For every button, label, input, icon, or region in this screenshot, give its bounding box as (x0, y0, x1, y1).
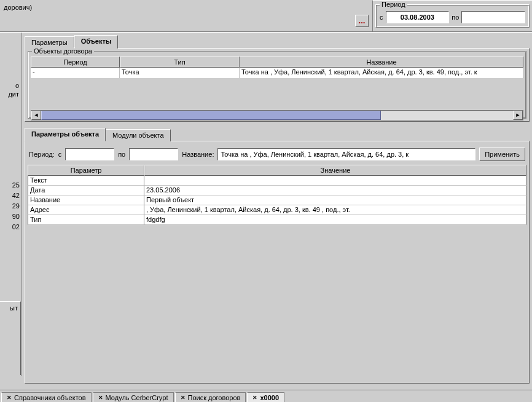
close-icon[interactable]: ✕ (252, 395, 257, 401)
tab-object-params[interactable]: Параметры объекта (25, 128, 106, 141)
period-from-label: с (380, 14, 383, 21)
col-name[interactable]: Название (240, 57, 523, 68)
scroll-left-icon[interactable]: ◄ (31, 111, 41, 120)
objects-grid-header: Период Тип Название (31, 57, 523, 68)
obj-period-from[interactable] (65, 148, 114, 160)
obj-period-to[interactable] (129, 148, 178, 160)
cell-name: Точка на , Уфа, Ленинский, 1 квартал, Ай… (240, 68, 523, 78)
obj-to-label: по (118, 151, 125, 158)
period-legend: Период (380, 1, 407, 8)
scroll-thumb[interactable] (41, 111, 381, 120)
obj-period-label: Период: (29, 151, 55, 158)
user-fragment: дорович) (4, 2, 32, 11)
leftstrip-o: о (15, 82, 19, 89)
col-type[interactable]: Тип (120, 57, 240, 68)
tab-parameters[interactable]: Параметры (25, 36, 74, 49)
pcol-value[interactable]: Значение (144, 165, 526, 176)
table-row[interactable]: - Точка Точка на , Уфа, Ленинский, 1 ква… (31, 68, 523, 78)
tab-object-modules[interactable]: Модули объекта (106, 129, 170, 141)
objects-fieldset: Объекты договора Период Тип Название - Т… (28, 51, 526, 119)
wtab-cerbercrypt[interactable]: ✕Модуль CerberCrypt (93, 392, 174, 402)
table-row[interactable]: Дата 23.05.2006 (28, 186, 526, 195)
obj-name-input[interactable] (217, 148, 475, 160)
obj-name-label: Название: (182, 151, 214, 158)
close-icon[interactable]: ✕ (7, 395, 12, 401)
params-grid: Текст Дата 23.05.2006 Название Первый об… (28, 176, 526, 225)
tab-objects[interactable]: Объекты (74, 35, 119, 49)
period-from-input[interactable] (386, 11, 450, 23)
period-groupbox: Период с по (375, 4, 530, 28)
objects-hscrollbar[interactable]: ◄ ► (31, 110, 523, 120)
table-row[interactable]: Название Первый объект (28, 195, 526, 205)
close-icon[interactable]: ✕ (181, 395, 186, 401)
close-icon[interactable]: ✕ (98, 395, 103, 401)
scroll-right-icon[interactable]: ► (513, 111, 523, 120)
period-to-input[interactable] (461, 11, 525, 23)
leftstrip-numbers: 25 42 29 90 02 (0, 180, 22, 232)
table-row[interactable]: Текст (28, 176, 526, 186)
wtab-refs[interactable]: ✕Справочники объектов (1, 392, 92, 402)
col-period[interactable]: Период (31, 57, 120, 68)
leftstrip-dit: дит (8, 90, 19, 98)
leftstrip-yt: ыт (1, 304, 19, 317)
period-to-label: по (452, 14, 459, 21)
wtab-search[interactable]: ✕Поиск договоров (175, 392, 246, 402)
window-tabs: ✕Справочники объектов ✕Модуль CerberCryp… (0, 390, 532, 402)
cell-type: Точка (120, 68, 240, 78)
pcol-param[interactable]: Параметр (28, 165, 144, 176)
apply-button[interactable]: Применить (479, 148, 525, 161)
table-row[interactable]: Тип fdgdfg (28, 215, 526, 225)
cell-period: - (31, 68, 120, 78)
wtab-x0000[interactable]: ✕x0000 (247, 392, 284, 402)
browse-button[interactable]: ... (355, 15, 369, 27)
table-row[interactable]: Адрес , Уфа, Ленинский, 1 квартал, Айска… (28, 205, 526, 215)
obj-from-label: с (58, 151, 62, 158)
